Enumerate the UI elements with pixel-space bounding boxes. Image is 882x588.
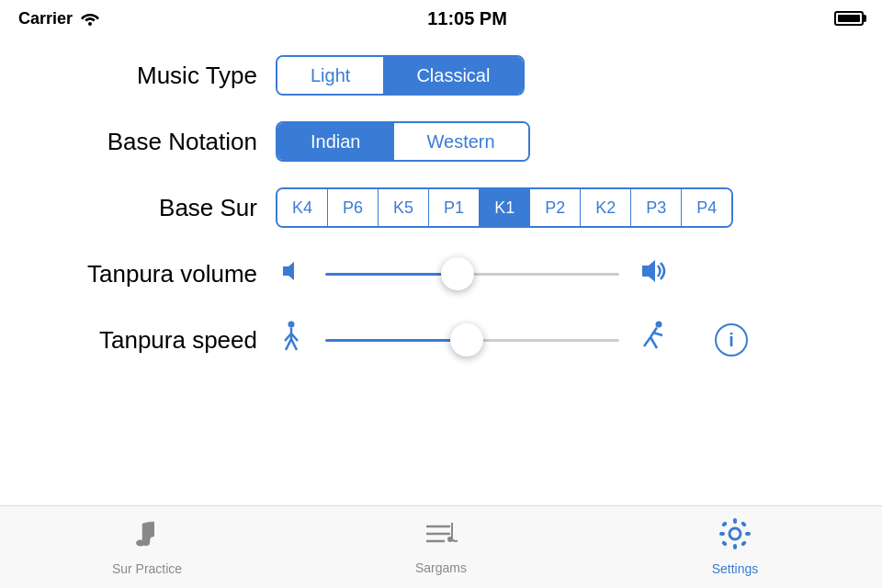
svg-line-8 <box>291 339 297 350</box>
volume-low-icon <box>274 257 309 291</box>
base-notation-indian[interactable]: Indian <box>277 123 394 160</box>
svg-marker-1 <box>283 262 294 280</box>
svg-rect-27 <box>741 540 747 547</box>
volume-slider-wrapper <box>325 254 619 294</box>
svg-line-11 <box>653 333 662 335</box>
carrier-label: Carrier <box>18 9 73 28</box>
settings-icon <box>719 518 751 556</box>
svg-rect-26 <box>721 540 728 547</box>
music-type-light[interactable]: Light <box>277 57 383 94</box>
music-type-row: Music Type Light Classical <box>37 55 845 96</box>
base-notation-segmented: Indian Western <box>276 121 530 162</box>
svg-point-0 <box>88 22 92 26</box>
speed-slider-thumb[interactable] <box>450 323 483 356</box>
status-time: 11:05 PM <box>427 8 507 29</box>
svg-rect-20 <box>733 518 737 524</box>
svg-rect-22 <box>719 532 725 536</box>
volume-slider-thumb[interactable] <box>441 257 474 290</box>
tanpura-volume-row: Tanpura volume <box>37 254 845 294</box>
svg-point-14 <box>136 540 145 547</box>
svg-rect-23 <box>745 532 751 536</box>
tab-settings-label: Settings <box>712 561 759 576</box>
svg-rect-24 <box>721 521 728 527</box>
svg-point-9 <box>656 321 662 327</box>
sur-btn-p4[interactable]: P4 <box>682 189 731 226</box>
slow-walk-icon <box>274 321 309 360</box>
status-bar: Carrier 11:05 PM <box>0 0 882 37</box>
base-notation-western[interactable]: Western <box>394 123 528 160</box>
sur-btn-k4[interactable]: K4 <box>277 189 328 226</box>
tab-bar: Sur Practice Sargams <box>0 505 882 588</box>
main-content: Music Type Light Classical Base Notation… <box>0 37 882 379</box>
sur-btn-k5[interactable]: K5 <box>379 189 429 226</box>
battery-icon <box>834 11 864 26</box>
svg-line-13 <box>650 337 657 348</box>
sargams-icon <box>424 519 458 555</box>
sur-btn-p6[interactable]: P6 <box>328 189 379 226</box>
music-type-label: Music Type <box>37 62 257 90</box>
base-sur-row: Base Sur K4 P6 K5 P1 K1 P2 K2 P3 P4 <box>37 187 845 228</box>
tab-sur-practice-label: Sur Practice <box>112 561 182 576</box>
svg-rect-25 <box>741 521 747 527</box>
status-left: Carrier <box>18 9 100 28</box>
base-notation-label: Base Notation <box>37 128 257 156</box>
tab-settings[interactable]: Settings <box>588 518 882 576</box>
svg-point-19 <box>729 528 741 539</box>
svg-point-18 <box>447 537 453 542</box>
svg-marker-2 <box>642 260 655 282</box>
svg-line-7 <box>286 339 291 350</box>
sur-btn-p1[interactable]: P1 <box>429 189 480 226</box>
sur-btn-p2[interactable]: P2 <box>530 189 581 226</box>
fast-run-icon <box>636 321 671 360</box>
tanpura-speed-label: Tanpura speed <box>37 326 257 355</box>
music-type-segmented: Light Classical <box>276 55 525 96</box>
sur-btn-k1[interactable]: K1 <box>480 189 530 226</box>
info-button[interactable]: i <box>715 323 748 356</box>
sur-btn-p3[interactable]: P3 <box>631 189 682 226</box>
tab-sargams-label: Sargams <box>415 560 467 575</box>
tab-sur-practice[interactable]: Sur Practice <box>0 518 294 576</box>
music-type-classical[interactable]: Classical <box>383 57 523 94</box>
svg-line-12 <box>644 337 650 346</box>
volume-high-icon <box>636 254 671 294</box>
speed-slider-wrapper <box>325 320 619 360</box>
base-sur-control: K4 P6 K5 P1 K1 P2 K2 P3 P4 <box>276 187 733 228</box>
svg-point-3 <box>288 321 295 327</box>
base-sur-label: Base Sur <box>37 194 257 222</box>
tanpura-volume-label: Tanpura volume <box>37 260 257 288</box>
sur-btn-k2[interactable]: K2 <box>581 189 631 226</box>
sur-practice-icon <box>133 518 161 556</box>
wifi-icon <box>80 11 100 26</box>
svg-rect-21 <box>733 544 737 549</box>
tab-sargams[interactable]: Sargams <box>294 519 588 575</box>
tanpura-speed-row: Tanpura speed i <box>37 320 845 360</box>
base-notation-row: Base Notation Indian Western <box>37 121 845 162</box>
